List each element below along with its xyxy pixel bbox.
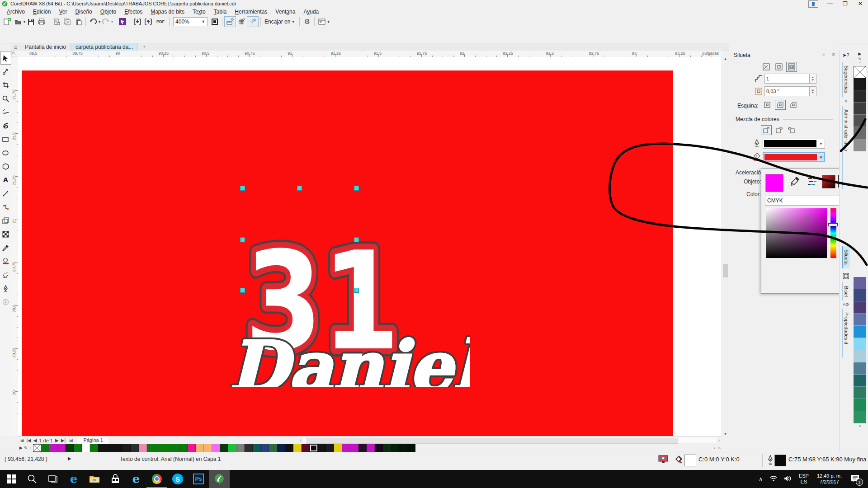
palette-swatch[interactable] [163,444,171,452]
palette-swatch[interactable] [171,444,179,452]
outline-pen-tool-icon[interactable] [0,282,11,295]
palette-swatch[interactable] [228,444,236,452]
palette-swatch[interactable] [236,444,245,452]
right-no-color-swatch[interactable] [854,66,866,78]
dimension-tool-icon[interactable] [0,187,11,200]
artistic-media-tool-icon[interactable] [0,119,11,132]
menu-efectos[interactable]: Efectos [120,8,146,15]
print-button[interactable] [36,17,47,27]
interactive-fill-tool-icon[interactable] [0,254,11,268]
palette-edit-icon[interactable]: ✎ [24,446,28,450]
palette-swatch[interactable] [196,444,204,452]
palette-swatch[interactable] [391,444,399,452]
palette-swatch[interactable] [359,444,367,452]
taskbar-photoshop-icon[interactable]: Ps [188,470,209,488]
palette-swatch[interactable] [342,444,350,452]
palette-swatch[interactable] [41,444,49,452]
redo-button[interactable] [100,17,111,27]
taskbar-start-icon[interactable] [1,470,22,488]
taskbar-coreldraw-icon[interactable] [209,470,230,488]
palette-swatch[interactable] [74,444,82,452]
outline-color-swatch[interactable] [774,455,786,466]
launcher-dropdown[interactable]: ▾ [327,20,329,24]
tab-sugerencias[interactable]: Sugerencias [842,62,850,97]
smart-fill-tool-icon[interactable] [0,268,11,282]
more-tools-icon[interactable] [0,295,11,309]
menu-ayuda[interactable]: Ayuda [299,8,323,15]
fullscreen-preview-button[interactable] [209,17,220,27]
palette-swatch[interactable] [854,326,866,338]
hscroll-track[interactable] [303,437,717,443]
menu-archivo[interactable]: Archivo [3,8,29,15]
volume-icon[interactable] [784,475,792,483]
palette-swatch[interactable] [285,444,293,452]
taskbar-task-view-icon[interactable] [42,470,63,488]
palette-swatch[interactable] [106,444,114,452]
contour-outside-button[interactable] [786,62,797,72]
blend-linear-button[interactable] [761,125,772,135]
blend-counterclockwise-button[interactable] [786,125,797,135]
application-launcher-icon[interactable] [316,17,327,27]
freehand-tool-icon[interactable] [0,105,11,119]
fill-color-dropdown-arrow[interactable]: ▼ [818,155,824,160]
menu-ver[interactable]: Ver [55,8,71,15]
contour-steps-spinner[interactable]: ▲▼ [810,74,816,84]
right-palette-scroll-up-icon[interactable]: ⌃ [858,61,862,66]
publish-pdf-button[interactable]: PDF [154,17,167,27]
taskbar-edge-icon[interactable]: e [63,470,84,488]
contour-steps-field[interactable]: 1 [764,74,810,84]
connector-tool-icon[interactable] [0,200,11,214]
color-field-selector[interactable] [806,216,812,222]
palette-swatch[interactable] [375,444,383,452]
palette-swatch[interactable] [854,78,866,90]
palette-swatch[interactable] [82,444,90,452]
palette-swatch[interactable] [407,444,415,452]
close-button[interactable]: ✕ [858,0,863,7]
right-palette-edit-icon[interactable]: ✎ [858,57,862,61]
selection-handle[interactable] [240,237,245,242]
corner-bevel-button[interactable] [788,100,799,110]
palette-swatch[interactable] [854,90,866,103]
clock[interactable]: 12:49 p. m. 7/2/2017 [817,473,842,485]
color-field[interactable] [766,208,827,258]
language-indicator[interactable]: ESP ES [799,473,809,485]
selection-handle[interactable] [354,288,359,293]
palette-swatch[interactable] [367,444,375,452]
palette-scroll-left-icon[interactable]: ‹ [29,445,31,450]
canvas-vscrollbar[interactable]: ▲ ▼ [722,57,729,436]
palette-swatch[interactable] [854,127,866,139]
palette-scroll-right-icon[interactable]: › [713,445,715,450]
palette-swatch[interactable] [147,444,155,452]
account-icon[interactable]: 👤 [808,0,818,8]
restore-button[interactable]: ❐ [843,0,848,7]
add-page-icon[interactable]: ⊞ [20,438,24,443]
show-guidelines-button[interactable] [247,16,259,27]
tab-bisel[interactable]: Bisel [842,282,850,300]
ellipse-tool-icon[interactable] [0,146,11,160]
undo-button[interactable] [88,17,99,27]
zoom-dropdown-arrow[interactable]: ▼ [201,19,205,24]
palette-swatch[interactable] [179,444,188,452]
vscroll-thumb[interactable] [723,264,728,277]
logo-artwork[interactable]: 31 31 Daniel Daniel Rizzo Rizzo [190,174,470,387]
polygon-tool-icon[interactable] [0,160,11,173]
palette-swatch[interactable] [854,338,866,350]
palette-swatch[interactable] [212,444,220,452]
tab-silueta[interactable]: Silueta [842,246,850,268]
last-page-icon[interactable]: ▶| [61,438,66,443]
palette-swatch[interactable] [90,444,98,452]
palette-swatch[interactable] [854,350,866,362]
corner-miter-button[interactable] [762,100,773,110]
ruler-corner[interactable] [11,51,18,57]
palette-swatch[interactable] [114,444,123,452]
shape-tool-icon[interactable] [0,65,11,78]
transparency-tool-icon[interactable] [0,227,11,241]
palette-swatch[interactable] [310,444,318,452]
redo-dropdown[interactable]: ▾ [111,20,113,24]
menu-mapas-de-bits[interactable]: Mapas de bits [146,8,189,15]
palette-swatch[interactable] [98,444,106,452]
menu-objeto[interactable]: Objeto [96,8,120,15]
action-center-icon[interactable]: 1 [851,474,860,484]
palette-swatch[interactable] [854,399,866,411]
first-page-icon[interactable]: |◀ [26,438,31,443]
